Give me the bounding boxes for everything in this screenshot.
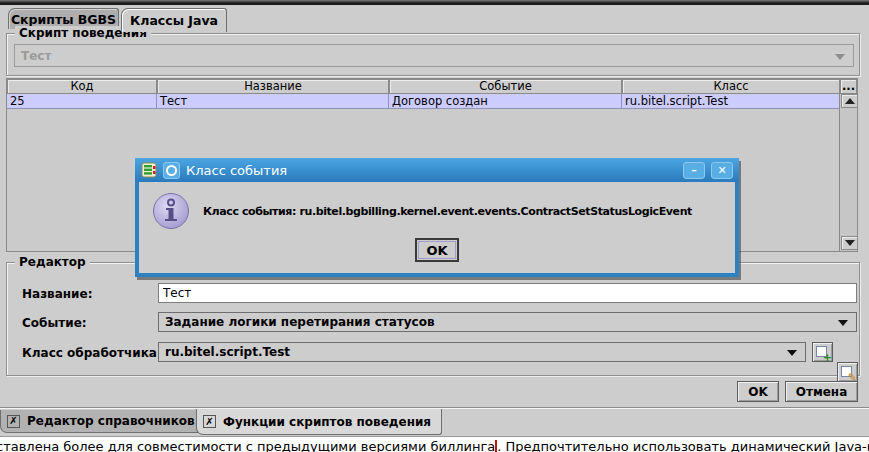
dialog-ok-button[interactable]: OK: [415, 238, 459, 262]
dialog-message: Класс события: ru.bitel.bgbilling.kernel…: [203, 205, 692, 218]
table-scrollbar[interactable]: [839, 94, 857, 251]
add-handler-class-button[interactable]: +: [812, 342, 833, 362]
bottom-tab-behavior-functions[interactable]: ✗ Функции скриптов поведения: [196, 409, 442, 435]
column-header-event[interactable]: Событие: [389, 79, 622, 94]
cancel-button[interactable]: Отмена: [785, 381, 858, 402]
chevron-down-icon: [787, 350, 797, 356]
combo-value: ru.bitel.script.Test: [165, 345, 290, 359]
close-tab-icon[interactable]: ✗: [7, 415, 20, 428]
tab-java-classes[interactable]: Классы Java: [121, 8, 227, 32]
combo-value: Задание логики перетирания статусов: [165, 315, 435, 329]
code-text: ставлена более для совместимости с преды…: [0, 439, 869, 452]
table-row[interactable]: 25 Тест Договор создан ru.bitel.script.T…: [7, 94, 840, 109]
dialog-titlebar: Класс события – ✕: [135, 158, 739, 182]
column-header-code[interactable]: Код: [7, 79, 157, 94]
close-button[interactable]: ✕: [711, 162, 733, 179]
tab-label: Редактор справочников: [27, 414, 195, 428]
tab-label: Классы Java: [130, 13, 218, 28]
chevron-down-icon: [835, 54, 845, 60]
name-input[interactable]: [158, 283, 857, 303]
behavior-script-combo: Тест: [14, 44, 854, 67]
cell-name[interactable]: Тест: [157, 94, 389, 109]
column-header-name[interactable]: Название: [157, 79, 389, 94]
tab-label: Функции скриптов поведения: [223, 415, 431, 429]
dialog-title: Класс события: [186, 163, 287, 178]
handler-class-combo[interactable]: ru.bitel.script.Test: [158, 342, 806, 362]
group-title: Редактор: [15, 255, 90, 269]
name-label: Название:: [22, 287, 92, 301]
info-icon: [152, 192, 190, 230]
event-class-dialog: Класс события – ✕ Кл: [135, 158, 739, 277]
cell-code[interactable]: 25: [7, 94, 157, 109]
edit-handler-class-button[interactable]: ✎: [837, 362, 858, 382]
event-combo[interactable]: Задание логики перетирания статусов: [158, 312, 857, 332]
scroll-down-button[interactable]: [841, 236, 858, 250]
close-tab-icon[interactable]: ✗: [203, 415, 216, 428]
app-window: Скрипты BGBS Классы Java Скрипт поведени…: [0, 0, 869, 452]
tab-label: Скрипты BGBS: [11, 12, 116, 27]
code-editor-strip[interactable]: ставлена более для совместимости с преды…: [0, 436, 869, 452]
window-menu-icon: [163, 162, 180, 179]
column-header-class[interactable]: Класс: [622, 79, 840, 94]
table-more-button[interactable]: ...: [840, 79, 857, 94]
cell-event[interactable]: Договор создан: [389, 94, 622, 109]
ok-button[interactable]: OK: [737, 381, 779, 402]
arrow-down-icon: [845, 240, 855, 246]
handler-class-label: Класс обработчика:: [22, 346, 162, 360]
arrow-up-icon: [845, 98, 855, 104]
scroll-up-button[interactable]: [841, 94, 858, 108]
cell-class[interactable]: ru.bitel.script.Test: [622, 94, 840, 109]
bottom-tab-reference-editor[interactable]: ✗ Редактор справочников: [0, 410, 206, 433]
event-label: Событие:: [22, 316, 87, 330]
plus-icon: +: [823, 352, 832, 363]
minimize-button[interactable]: –: [683, 162, 705, 179]
app-icon: [141, 162, 157, 178]
window-top-edge: [0, 0, 869, 5]
dialog-body: Класс события: ru.bitel.bgbilling.kernel…: [139, 182, 735, 273]
combo-value: Тест: [21, 49, 51, 63]
chevron-down-icon: [838, 320, 848, 326]
